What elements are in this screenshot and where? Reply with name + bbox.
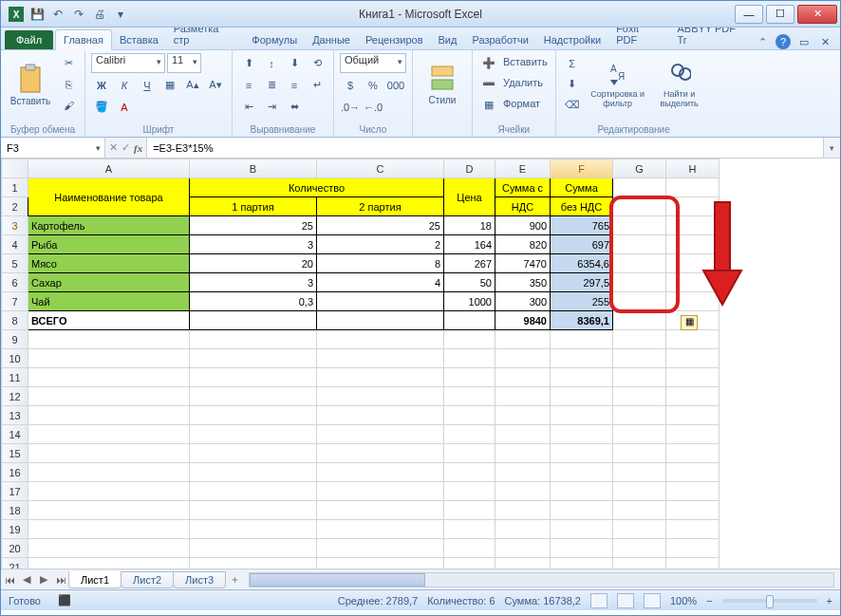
cell[interactable] [551,349,613,368]
name-box[interactable]: F3 [1,138,105,158]
cell[interactable] [495,387,551,406]
cell[interactable] [28,501,190,520]
cell[interactable] [613,387,666,406]
print-preview-icon[interactable]: 🖨 [90,5,109,24]
cell[interactable] [495,520,551,539]
cell[interactable] [317,520,444,539]
cell[interactable] [613,254,666,273]
align-center-icon[interactable]: ≣ [261,75,282,95]
fx-icon[interactable]: fx [134,142,142,154]
cell[interactable] [613,501,666,520]
sheet-tab[interactable]: Лист3 [173,571,226,588]
cell[interactable] [551,444,613,463]
cell[interactable] [613,539,666,558]
cell[interactable] [190,425,317,444]
cell[interactable] [613,444,666,463]
cell[interactable] [613,406,666,425]
cell[interactable] [444,558,495,569]
cell[interactable] [190,330,317,349]
align-left-icon[interactable]: ≡ [238,75,259,95]
cell[interactable] [317,482,444,501]
cell[interactable] [666,501,720,520]
select-all-corner[interactable] [2,159,28,178]
sheet-nav-last-icon[interactable]: ⏭ [52,571,69,588]
cell[interactable] [495,501,551,520]
cell[interactable]: 2 [317,235,444,254]
cancel-formula-icon[interactable]: ✕ [109,141,118,154]
cell[interactable] [444,330,495,349]
cell[interactable] [613,349,666,368]
view-normal-icon[interactable] [590,593,607,608]
cell[interactable] [613,311,666,330]
sheet-nav-next-icon[interactable]: ▶ [35,571,52,588]
fill-color-button[interactable]: 🪣 [91,97,112,117]
close-button[interactable]: ✕ [797,5,837,24]
horizontal-scrollbar[interactable] [249,572,834,588]
row-header[interactable]: 2 [2,197,28,216]
cell[interactable] [613,558,666,569]
cell[interactable] [613,216,666,235]
row-header[interactable]: 15 [2,444,28,463]
cell[interactable] [666,368,720,387]
cell[interactable]: 164 [444,235,495,254]
cell[interactable] [444,463,495,482]
comma-style-icon[interactable]: 000 [385,75,406,95]
font-color-button[interactable]: A [114,97,135,117]
cell[interactable]: 25 [317,216,444,235]
clear-icon[interactable]: ⌫ [562,95,583,115]
tab-addins[interactable]: Надстройки [536,30,608,49]
cell[interactable] [317,539,444,558]
cell[interactable]: 3 [190,235,317,254]
cell[interactable] [444,368,495,387]
cell[interactable] [28,482,190,501]
cell[interactable] [666,463,720,482]
cell[interactable]: 765 [551,216,613,235]
cell[interactable]: 350 [495,273,551,292]
cell[interactable] [551,387,613,406]
cell[interactable] [317,292,444,311]
cell[interactable]: Картофель [28,216,190,235]
cell[interactable] [551,463,613,482]
tab-data[interactable]: Данные [305,30,358,49]
column-header[interactable]: G [613,159,666,178]
cell[interactable]: 18 [444,216,495,235]
qat-dropdown-icon[interactable]: ▾ [111,5,130,24]
row-header[interactable]: 11 [2,368,28,387]
cut-icon[interactable]: ✂ [58,53,79,73]
row-header[interactable]: 1 [2,178,28,197]
copy-icon[interactable]: ⎘ [58,74,79,94]
cell[interactable] [666,235,720,254]
cell[interactable] [444,406,495,425]
cell[interactable] [317,501,444,520]
cell[interactable]: 255 [551,292,613,311]
row-header[interactable]: 9 [2,330,28,349]
cell[interactable] [666,482,720,501]
cell[interactable] [666,425,720,444]
delete-cells-button[interactable]: ➖Удалить [478,74,545,94]
column-header[interactable]: D [444,159,495,178]
tab-file[interactable]: Файл [5,30,53,49]
cell[interactable]: Наименование товара [28,178,190,216]
cell[interactable] [613,368,666,387]
zoom-in-icon[interactable]: + [827,595,832,607]
cell[interactable] [613,178,666,197]
sheet-nav-prev-icon[interactable]: ◀ [18,571,35,588]
cell[interactable]: Мясо [28,254,190,273]
cell[interactable] [190,311,317,330]
paste-button[interactable]: Вставить [7,53,54,116]
cell[interactable] [551,539,613,558]
cell[interactable] [666,444,720,463]
underline-button[interactable]: Ч [137,75,158,95]
wrap-text-icon[interactable]: ↵ [307,75,327,95]
cell[interactable]: 300 [495,292,551,311]
cell[interactable] [317,330,444,349]
column-header[interactable]: B [190,159,317,178]
grow-font-icon[interactable]: A▴ [182,75,203,95]
cell[interactable]: 20 [190,254,317,273]
cell[interactable] [444,482,495,501]
cell[interactable]: Сахар [28,273,190,292]
cell[interactable] [444,425,495,444]
cell[interactable] [551,482,613,501]
cell[interactable] [495,463,551,482]
cell[interactable] [495,330,551,349]
